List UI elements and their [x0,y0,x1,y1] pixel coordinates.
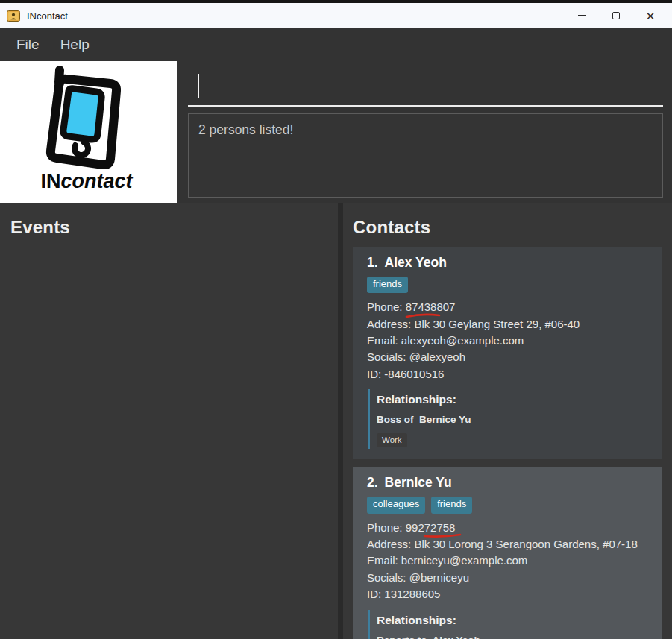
relationships-block: Relationships: Boss of Bernice Yu Work [368,389,652,449]
email-line: Email: berniceyu@example.com [367,553,652,569]
contact-card-alex-yeoh[interactable]: 1.Alex Yeoh friends Phone: 87438807 Addr… [353,247,662,459]
maximize-button[interactable] [599,3,633,28]
maximize-icon [612,12,620,19]
relationships-heading: Relationships: [377,393,652,406]
main-section: Events Contacts 1.Alex Yeoh friends Phon… [0,203,672,639]
contacts-panel: Contacts 1.Alex Yeoh friends Phone: 8743… [343,203,672,639]
close-button[interactable]: ✕ [633,3,668,28]
text-caret [198,74,199,98]
minimize-button[interactable] [565,3,599,28]
contact-list: 1.Alex Yeoh friends Phone: 87438807 Addr… [353,247,662,639]
address-line: Address: Blk 30 Geylang Street 29, #06-4… [367,316,652,333]
window-controls: ✕ [565,3,672,28]
tag-row: friends [367,277,652,293]
app-logo: INcontact [0,61,177,203]
command-area: 2 persons listed! [177,61,672,203]
header-section: INcontact 2 persons listed! [0,61,672,203]
tag-row: colleagues friends [367,497,652,513]
address-line: Address: Blk 30 Lorong 3 Serangoon Garde… [367,536,652,553]
tag-badge: friends [431,497,472,513]
titlebar: INcontact ✕ [0,3,672,28]
events-panel-title: Events [10,217,338,238]
close-icon: ✕ [646,10,656,22]
menu-file[interactable]: File [12,35,44,54]
phone-value: 99272758 [406,521,456,534]
email-line: Email: alexyeoh@example.com [367,333,652,349]
menu-help[interactable]: Help [56,35,94,54]
panel-divider[interactable] [338,203,343,639]
tag-badge: colleagues [367,497,425,513]
socials-line: Socials: @alexyeoh [367,349,652,365]
logo-phone-screen [63,89,101,139]
menu-bar: File Help [0,28,672,61]
phone-value: 87438807 [406,300,456,313]
contacts-panel-title: Contacts [353,217,662,238]
relationships-heading: Relationships: [377,614,652,627]
socials-line: Socials: @berniceyu [367,570,652,586]
events-panel: Events [0,203,338,639]
window-title: INcontact [27,10,68,22]
app-icon [7,10,20,22]
contact-name: 1.Alex Yeoh [367,255,652,271]
command-input-wrap [188,71,663,107]
command-input[interactable] [188,71,663,105]
logo-wordmark: INcontact [40,170,133,192]
relationships-block: Relationships: Reports to Alex Yeoh Work [368,610,652,639]
relationship-entry: Reports to Alex Yeoh [377,635,652,639]
contact-card-bernice-yu[interactable]: 2.Bernice Yu colleagues friends Phone: 9… [353,467,662,639]
relationship-tag: Work [377,433,407,447]
id-line: ID: -846010516 [367,366,652,383]
phone-line: Phone: 99272758 [367,520,652,536]
contact-name: 2.Bernice Yu [367,475,652,491]
minimize-icon [578,15,586,16]
relationship-entry: Boss of Bernice Yu [377,414,652,425]
id-line: ID: 131288605 [367,586,652,602]
result-message: 2 persons listed! [198,122,653,138]
logo-home-button [75,142,88,155]
logo-sketch-stub [59,70,60,82]
tag-badge: friends [367,277,408,293]
result-display: 2 persons listed! [188,113,663,198]
phone-line: Phone: 87438807 [367,299,652,315]
